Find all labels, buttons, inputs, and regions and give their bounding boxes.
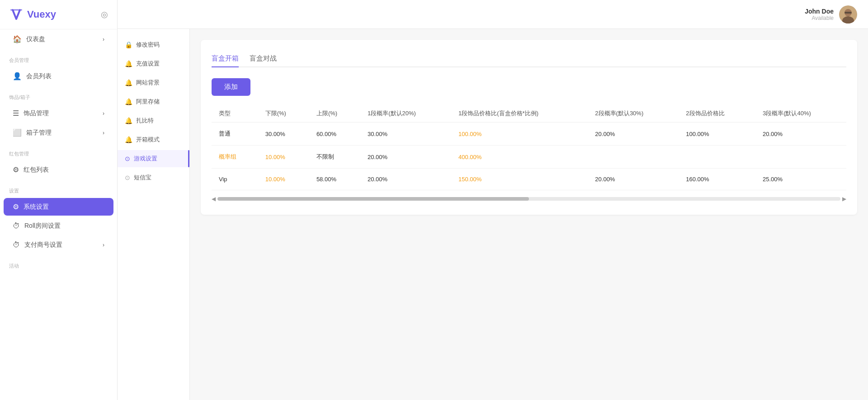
sub-item-zhabit[interactable]: 🔔 扎比特 (118, 112, 189, 129)
sidebar-item-roll-room[interactable]: ⏱ Roll房间设置 (4, 217, 113, 235)
col-rate2: 2段概率(默认30%) (588, 105, 679, 122)
topbar: John Doe Available (118, 0, 868, 29)
col-price1: 1段饰品价格比(盲盒价格*比例) (451, 105, 588, 122)
sidebar-item-label: 饰品管理 (24, 109, 49, 118)
home-icon: 🏠 (13, 35, 22, 43)
scroll-right-arrow[interactable]: ▶ (842, 196, 846, 202)
sub-item-site-bg[interactable]: 🔔 网站背景 (118, 74, 189, 91)
scroll-bar[interactable] (217, 197, 840, 201)
cell-rate3: 20.00% (755, 122, 846, 146)
scroll-area: ◀ ▶ (212, 194, 846, 204)
scroll-thumb (217, 197, 529, 201)
cell-type: 普通 (212, 122, 258, 146)
sidebar-item-box-mgmt[interactable]: ⬜ 箱子管理 › (4, 124, 113, 141)
sidebar-item-label: 会员列表 (26, 72, 52, 80)
sub-item-change-password[interactable]: 🔒 修改密码 (118, 36, 189, 53)
sidebar-item-label: 仪表盘 (26, 35, 45, 43)
cell-price2 (679, 146, 755, 169)
add-button[interactable]: 添加 (212, 78, 250, 96)
col-price2: 2段饰品价格比 (679, 105, 755, 122)
chevron-icon: › (103, 130, 104, 136)
page-content: 盲盒开箱 盲盒对战 添加 类型 下限(%) 上限(%) 1段概率(默认20%) (190, 29, 868, 400)
logo-icon (9, 7, 24, 22)
circle2-icon: ⊙ (125, 174, 130, 181)
logo-text: Vuexy (27, 9, 56, 20)
sidebar-item-label: 箱子管理 (26, 129, 52, 137)
settings-icon: ⚙ (13, 202, 19, 211)
sidebar-item-dashboard[interactable]: 🏠 仪表盘 › (4, 30, 113, 48)
sub-item-game-settings[interactable]: ⊙ 游戏设置 (118, 150, 189, 167)
sidebar-item-label: 红包列表 (24, 166, 49, 174)
sidebar-item-item-mgmt[interactable]: ☰ 饰品管理 › (4, 104, 113, 122)
sub-item-sms[interactable]: ⊙ 短信宝 (118, 169, 189, 186)
svg-rect-3 (844, 12, 852, 14)
col-lower: 下限(%) (258, 105, 309, 122)
cell-upper: 60.00% (309, 122, 360, 146)
cell-rate2 (588, 146, 679, 169)
cell-lower: 10.00% (258, 169, 309, 190)
tab-group: 盲盒开箱 盲盒对战 (212, 51, 846, 67)
clock2-icon: ⏱ (13, 241, 20, 249)
cell-price1: 150.00% (451, 169, 588, 190)
col-rate3: 3段概率(默认40%) (755, 105, 846, 122)
cell-upper: 58.00% (309, 169, 360, 190)
col-type: 类型 (212, 105, 258, 122)
person-icon: 👤 (13, 72, 22, 80)
cell-upper: 不限制 (309, 146, 360, 169)
table-wrapper: 类型 下限(%) 上限(%) 1段概率(默认20%) 1段饰品价格比(盲盒价格*… (212, 105, 846, 204)
sidebar-item-member-list[interactable]: 👤 会员列表 (4, 67, 113, 85)
user-name: John Doe (805, 8, 834, 15)
cell-rate1: 20.00% (360, 146, 451, 169)
tab-blind-battle[interactable]: 盲盒对战 (250, 51, 277, 67)
gear-icon: ⚙ (13, 165, 19, 174)
bell2-icon: 🔔 (125, 79, 132, 86)
cell-lower: 10.00% (258, 146, 309, 169)
table-row: Vip 10.00% 58.00% 20.00% 150.00% 20.00% … (212, 169, 846, 190)
cell-price1: 100.00% (451, 122, 588, 146)
target-icon[interactable]: ◎ (101, 9, 108, 19)
section-member: 会员管理 (0, 49, 117, 66)
circle-icon: ⊙ (125, 155, 130, 162)
sub-item-open-mode[interactable]: 🔔 开箱模式 (118, 131, 189, 148)
cell-lower: 30.00% (258, 122, 309, 146)
cell-rate2: 20.00% (588, 169, 679, 190)
sub-item-ali-storage[interactable]: 🔔 阿里存储 (118, 93, 189, 110)
section-settings: 设置 (0, 179, 117, 197)
sidebar-item-payment[interactable]: ⏱ 支付商号设置 › (4, 236, 113, 254)
chevron-icon: › (103, 36, 104, 42)
scroll-left-arrow[interactable]: ◀ (212, 196, 216, 202)
cell-type: 概率组 (212, 146, 258, 169)
cell-rate3: 25.00% (755, 169, 846, 190)
main-area: John Doe Available 🔒 修改密码 🔔 充值设置 (118, 0, 868, 400)
sidebar: Vuexy ◎ 🏠 仪表盘 › 会员管理 👤 会员列表 饰品/箱子 ☰ 饰品管理… (0, 0, 118, 400)
cell-rate3 (755, 146, 846, 169)
sidebar-item-system-settings[interactable]: ⚙ 系统设置 (4, 198, 113, 216)
content-area: 🔒 修改密码 🔔 充值设置 🔔 网站背景 🔔 阿里存储 🔔 扎比特 🔔 (118, 29, 868, 400)
lock-icon: 🔒 (125, 41, 132, 48)
bell3-icon: 🔔 (125, 98, 132, 105)
cell-price1: 400.00% (451, 146, 588, 169)
avatar-image (839, 5, 857, 24)
sub-sidebar: 🔒 修改密码 🔔 充值设置 🔔 网站背景 🔔 阿里存储 🔔 扎比特 🔔 (118, 29, 190, 400)
chevron-icon: › (103, 110, 104, 117)
cell-rate1: 30.00% (360, 122, 451, 146)
cell-price2: 100.00% (679, 122, 755, 146)
user-status: Available (805, 15, 834, 21)
table-row: 概率组 10.00% 不限制 20.00% 400.00% (212, 146, 846, 169)
cell-type: Vip (212, 169, 258, 190)
section-activity: 活动 (0, 254, 117, 272)
logo-area: Vuexy ◎ (0, 0, 117, 29)
cell-rate2: 20.00% (588, 122, 679, 146)
tab-blind-box[interactable]: 盲盒开箱 (212, 51, 239, 67)
sidebar-item-label: Roll房间设置 (24, 222, 61, 230)
sidebar-item-red-list[interactable]: ⚙ 红包列表 (4, 161, 113, 179)
sub-item-recharge[interactable]: 🔔 充值设置 (118, 55, 189, 72)
cell-price2: 160.00% (679, 169, 755, 190)
avatar[interactable] (839, 5, 857, 24)
sidebar-item-label: 支付商号设置 (24, 241, 62, 249)
main-card: 盲盒开箱 盲盒对战 添加 类型 下限(%) 上限(%) 1段概率(默认20%) (201, 40, 857, 215)
bell5-icon: 🔔 (125, 136, 132, 143)
section-red: 红包管理 (0, 142, 117, 160)
chevron-icon: › (103, 242, 104, 248)
sidebar-item-label: 系统设置 (24, 203, 49, 211)
